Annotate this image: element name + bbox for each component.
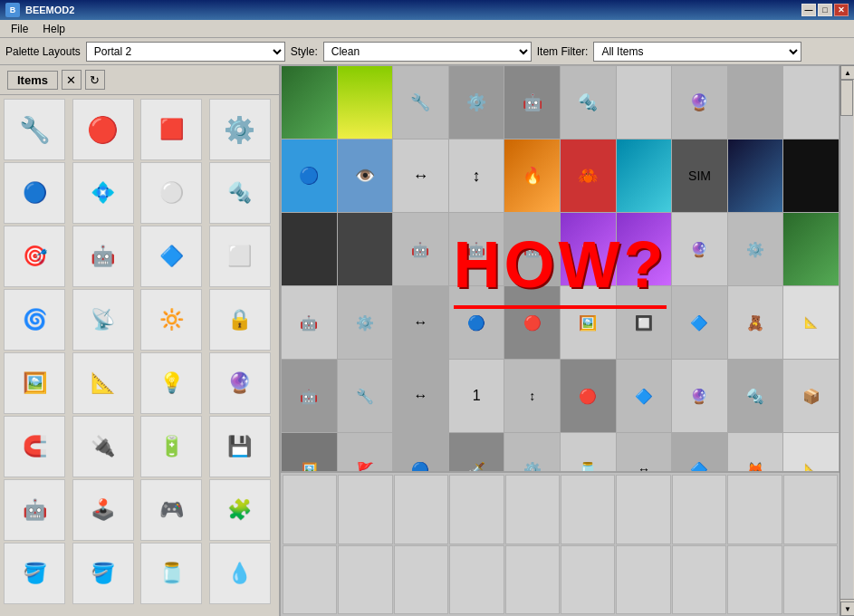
- list-item[interactable]: ⬜: [209, 226, 271, 287]
- main-item[interactable]: 🦊: [728, 433, 783, 471]
- palette-select[interactable]: Portal 2: [86, 42, 285, 62]
- main-item[interactable]: 🚩: [338, 433, 393, 471]
- main-item[interactable]: 1: [449, 360, 504, 432]
- list-item[interactable]: 🔴: [72, 99, 134, 160]
- main-item[interactable]: ↔️: [393, 360, 448, 432]
- main-item[interactable]: 🔲: [617, 286, 672, 359]
- main-item[interactable]: [617, 140, 672, 212]
- main-item[interactable]: [728, 66, 783, 139]
- main-item[interactable]: ↕️: [504, 360, 560, 432]
- main-item[interactable]: [783, 213, 839, 285]
- main-item[interactable]: 🔧: [338, 360, 393, 432]
- main-item[interactable]: 🦀: [561, 140, 616, 212]
- main-item[interactable]: 🔴: [504, 286, 560, 359]
- close-button[interactable]: ✕: [834, 4, 849, 16]
- list-item[interactable]: ⚙️: [209, 99, 271, 160]
- main-item[interactable]: 📐: [783, 286, 839, 359]
- main-item[interactable]: 🔥: [504, 140, 560, 212]
- scroll-down-button[interactable]: ▼: [840, 602, 854, 616]
- list-item[interactable]: 🔧: [4, 99, 65, 160]
- main-item[interactable]: 🔷: [672, 433, 727, 471]
- main-item[interactable]: 🔩: [561, 66, 616, 139]
- list-item[interactable]: 📐: [72, 352, 134, 414]
- list-item[interactable]: 🖼️: [4, 352, 65, 414]
- list-item[interactable]: 🌀: [4, 289, 65, 351]
- main-item[interactable]: ⚙️: [504, 433, 560, 471]
- main-item[interactable]: [783, 66, 839, 139]
- main-item[interactable]: 🤖: [282, 360, 337, 432]
- main-item[interactable]: [617, 213, 672, 285]
- main-item[interactable]: ↕️: [449, 140, 504, 212]
- list-item[interactable]: 🕹️: [72, 479, 134, 541]
- main-item[interactable]: 🖼️: [282, 433, 337, 471]
- list-item[interactable]: 🔩: [209, 162, 271, 224]
- main-item[interactable]: 🧸: [728, 286, 783, 359]
- main-item[interactable]: 💜: [561, 213, 616, 285]
- style-select[interactable]: Clean: [323, 42, 532, 62]
- main-item[interactable]: 🔧: [393, 66, 448, 139]
- clear-button[interactable]: ✕: [62, 70, 82, 90]
- list-item[interactable]: 📡: [72, 289, 134, 351]
- list-item[interactable]: 🧲: [4, 416, 65, 477]
- main-item[interactable]: 🔴: [561, 360, 616, 432]
- list-item[interactable]: 🫙: [140, 543, 202, 604]
- main-item[interactable]: SIM: [672, 140, 727, 212]
- main-item[interactable]: 🤖: [504, 66, 560, 139]
- main-item[interactable]: ↔️: [393, 286, 448, 359]
- main-item[interactable]: 🔵: [449, 286, 504, 359]
- main-item[interactable]: [338, 66, 393, 139]
- main-item[interactable]: ⚙️: [338, 286, 393, 359]
- main-item[interactable]: 🔵: [393, 433, 448, 471]
- list-item[interactable]: 🔋: [140, 416, 202, 477]
- main-item[interactable]: 🔷: [617, 360, 672, 432]
- maximize-button[interactable]: □: [818, 4, 832, 16]
- main-item[interactable]: [728, 140, 783, 212]
- list-item[interactable]: 🪣: [72, 543, 134, 604]
- list-item[interactable]: 🪣: [4, 543, 65, 604]
- list-item[interactable]: 🔵: [4, 162, 65, 224]
- list-item[interactable]: 🤖: [72, 226, 134, 287]
- list-item[interactable]: 💠: [72, 162, 134, 224]
- main-item[interactable]: 🔮: [672, 213, 727, 285]
- main-item[interactable]: 🤖: [393, 213, 448, 285]
- menu-file[interactable]: File: [4, 21, 35, 37]
- list-item[interactable]: ⚪: [140, 162, 202, 224]
- main-item[interactable]: [617, 66, 672, 139]
- main-item[interactable]: ↔️: [617, 433, 672, 471]
- items-title-button[interactable]: Items: [7, 71, 58, 90]
- list-item[interactable]: 🔮: [209, 352, 271, 414]
- main-item[interactable]: 👁️: [338, 140, 393, 212]
- list-item[interactable]: 🧩: [209, 479, 271, 541]
- list-item[interactable]: 🤖: [4, 479, 65, 541]
- main-item[interactable]: 🤖: [504, 213, 560, 285]
- refresh-button[interactable]: ↻: [85, 70, 105, 90]
- list-item[interactable]: 🔷: [140, 226, 202, 287]
- main-item[interactable]: 🔵: [282, 140, 337, 212]
- main-item[interactable]: [783, 140, 839, 212]
- main-item[interactable]: ⚙️: [728, 213, 783, 285]
- list-item[interactable]: 💾: [209, 416, 271, 477]
- main-item[interactable]: 📦: [783, 360, 839, 432]
- minimize-button[interactable]: —: [801, 4, 816, 16]
- list-item[interactable]: 💧: [209, 543, 271, 604]
- scroll-thumb[interactable]: [840, 80, 853, 116]
- list-item[interactable]: 🎮: [140, 479, 202, 541]
- main-item[interactable]: 📐: [783, 433, 839, 471]
- list-item[interactable]: 🔌: [72, 416, 134, 477]
- main-item[interactable]: [338, 213, 393, 285]
- main-item[interactable]: 🔮: [672, 360, 727, 432]
- main-item[interactable]: 🤖: [282, 286, 337, 359]
- main-item[interactable]: 🔮: [672, 66, 727, 139]
- list-item[interactable]: 🎯: [4, 226, 65, 287]
- main-item[interactable]: ⚙️: [449, 66, 504, 139]
- main-item[interactable]: ↔️: [393, 140, 448, 212]
- list-item[interactable]: 💡: [140, 352, 202, 414]
- main-item[interactable]: 🔷: [672, 286, 727, 359]
- main-item[interactable]: 🤖: [449, 213, 504, 285]
- filter-select[interactable]: All Items: [593, 42, 801, 62]
- list-item[interactable]: 🔆: [140, 289, 202, 351]
- main-item[interactable]: [282, 66, 337, 139]
- main-item[interactable]: [282, 213, 337, 285]
- list-item[interactable]: 🔒: [209, 289, 271, 351]
- main-item[interactable]: 🗡️: [449, 433, 504, 471]
